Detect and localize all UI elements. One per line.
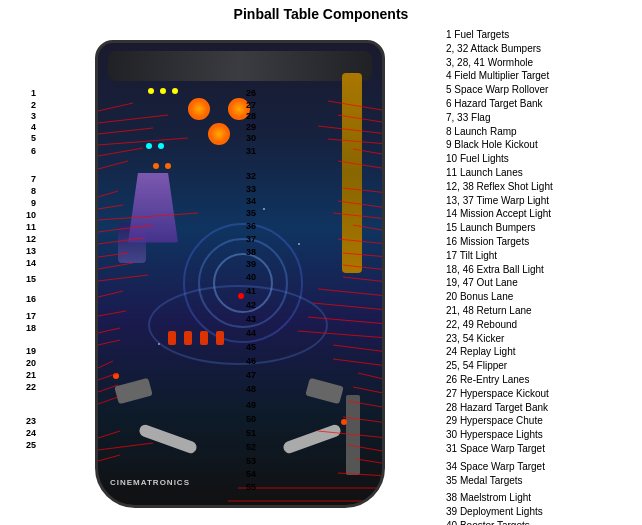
page-title: Pinball Table Components bbox=[0, 0, 642, 26]
svg-line-2 bbox=[98, 128, 153, 134]
svg-line-22 bbox=[98, 431, 120, 438]
flipper-left bbox=[138, 423, 198, 455]
booster-t3 bbox=[200, 331, 208, 345]
label-30: 30 Hyperspace Lights bbox=[446, 428, 642, 442]
booster-t2 bbox=[184, 331, 192, 345]
flipper-right bbox=[282, 423, 342, 455]
light-2 bbox=[160, 88, 166, 94]
label-1: 1 Fuel Targets bbox=[446, 28, 642, 42]
light-7 bbox=[165, 163, 171, 169]
pinball-table: CINEMATRONICS bbox=[95, 40, 385, 508]
svg-line-16 bbox=[98, 328, 120, 333]
label-23: 23, 54 Kicker bbox=[446, 332, 642, 346]
plunger-lane bbox=[346, 395, 360, 475]
label-38: 38 Maelstrom Light bbox=[446, 491, 642, 505]
svg-line-13 bbox=[98, 275, 148, 281]
cinematronics-label: CINEMATRONICS bbox=[110, 478, 190, 487]
light-1 bbox=[148, 88, 154, 94]
svg-line-38 bbox=[343, 277, 382, 282]
svg-line-23 bbox=[98, 443, 153, 450]
rnum-34: 34 bbox=[246, 196, 256, 206]
booster-t4 bbox=[216, 331, 224, 345]
label-9: 9 Black Hole Kickout bbox=[446, 138, 642, 152]
label-19: 19, 47 Out Lane bbox=[446, 276, 642, 290]
svg-line-4 bbox=[98, 148, 143, 156]
svg-line-40 bbox=[313, 303, 382, 310]
rnum-26: 26 bbox=[246, 88, 256, 98]
rnum-52: 52 bbox=[246, 442, 256, 452]
out-lane-light-r bbox=[341, 419, 347, 425]
label-18: 18, 46 Extra Ball Light bbox=[446, 263, 642, 277]
label-24: 24 Replay Light bbox=[446, 345, 642, 359]
label-31: 31 Space Warp Target bbox=[446, 442, 642, 456]
rnum-33: 33 bbox=[246, 184, 256, 194]
label-27: 27 Hyperspace Kickout bbox=[446, 387, 642, 401]
svg-line-52 bbox=[338, 473, 382, 476]
left-num-17: 17 bbox=[26, 311, 36, 321]
label-2: 2, 32 Attack Bumpers bbox=[446, 42, 642, 56]
right-label-list: 1 Fuel Targets 2, 32 Attack Bumpers 3, 2… bbox=[446, 28, 642, 525]
left-num-25: 25 bbox=[26, 440, 36, 450]
bumper-3 bbox=[208, 123, 230, 145]
svg-line-24 bbox=[98, 455, 120, 461]
label-11: 11 Launch Lanes bbox=[446, 166, 642, 180]
label-6: 6 Hazard Target Bank bbox=[446, 97, 642, 111]
left-num-14: 14 bbox=[26, 258, 36, 268]
kicker-left bbox=[114, 377, 152, 403]
left-num-11: 11 bbox=[26, 222, 36, 232]
svg-line-17 bbox=[98, 340, 120, 345]
rnum-43: 43 bbox=[246, 314, 256, 324]
label-28: 28 Hazard Target Bank bbox=[446, 401, 642, 415]
left-num-12: 12 bbox=[26, 234, 36, 244]
rnum-54: 54 bbox=[246, 469, 256, 479]
left-num-22: 22 bbox=[26, 382, 36, 392]
left-num-3: 3 bbox=[31, 111, 36, 121]
svg-line-3 bbox=[98, 138, 188, 145]
svg-line-45 bbox=[358, 373, 382, 380]
svg-line-0 bbox=[98, 103, 133, 111]
svg-line-14 bbox=[98, 291, 123, 297]
rnum-55: 55 bbox=[246, 482, 256, 492]
booster-t1 bbox=[168, 331, 176, 345]
rnum-40: 40 bbox=[246, 272, 256, 282]
label-17: 17 Tilt Light bbox=[446, 249, 642, 263]
rnum-35: 35 bbox=[246, 208, 256, 218]
left-num-7: 7 bbox=[31, 174, 36, 184]
rnum-46: 46 bbox=[246, 356, 256, 366]
label-20: 20 Bonus Lane bbox=[446, 290, 642, 304]
label-35: 35 Medal Targets bbox=[446, 474, 642, 488]
left-num-4: 4 bbox=[31, 122, 36, 132]
right-text-labels: 1 Fuel Targets 2, 32 Attack Bumpers 3, 2… bbox=[442, 26, 642, 521]
left-num-8: 8 bbox=[31, 186, 36, 196]
rnum-53: 53 bbox=[246, 456, 256, 466]
left-num-18: 18 bbox=[26, 323, 36, 333]
svg-line-39 bbox=[318, 289, 382, 296]
rnum-41: 41 bbox=[246, 286, 256, 296]
svg-line-21 bbox=[98, 397, 118, 404]
label-21: 21, 48 Return Lane bbox=[446, 304, 642, 318]
left-num-20: 20 bbox=[26, 358, 36, 368]
booster-targets bbox=[168, 331, 224, 345]
rnum-32: 32 bbox=[246, 171, 256, 181]
rnum-47: 47 bbox=[246, 370, 256, 380]
out-lane-light-l bbox=[113, 373, 119, 379]
rnum-31: 31 bbox=[246, 146, 256, 156]
rnum-29: 29 bbox=[246, 122, 256, 132]
svg-line-6 bbox=[98, 191, 118, 197]
left-num-10: 10 bbox=[26, 210, 36, 220]
left-num-21: 21 bbox=[26, 370, 36, 380]
svg-line-43 bbox=[333, 345, 382, 352]
label-10: 10 Fuel Lights bbox=[446, 152, 642, 166]
left-labels: 1 2 3 4 5 6 7 8 9 10 11 12 13 14 15 16 1… bbox=[0, 26, 38, 521]
kicker-right bbox=[305, 377, 343, 403]
svg-line-15 bbox=[98, 311, 126, 316]
page: Pinball Table Components 1 2 3 4 5 6 7 8… bbox=[0, 0, 642, 525]
rnum-44: 44 bbox=[246, 328, 256, 338]
label-4: 4 Field Multiplier Target bbox=[446, 69, 642, 83]
label-12: 12, 38 Reflex Shot Light bbox=[446, 180, 642, 194]
label-39: 39 Deployment Lights bbox=[446, 505, 642, 519]
light-3 bbox=[172, 88, 178, 94]
star-2 bbox=[298, 243, 300, 245]
svg-line-12 bbox=[98, 263, 133, 269]
rnum-28: 28 bbox=[246, 111, 256, 121]
